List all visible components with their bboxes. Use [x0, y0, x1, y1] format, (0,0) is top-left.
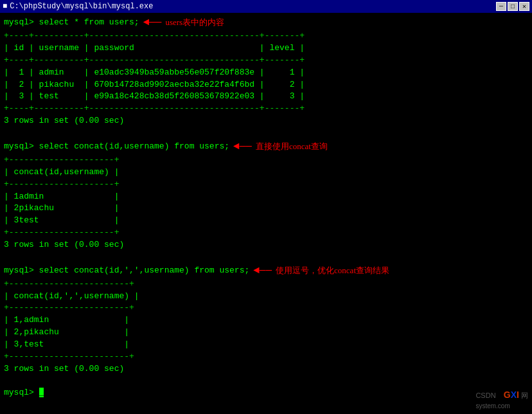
- separator-1c: +----+----------+-----------------------…: [4, 103, 528, 115]
- separator-1a: +----+----------+-----------------------…: [4, 30, 528, 42]
- annotation-2: 直接使用concat查询: [256, 141, 328, 153]
- table-row-1-2: | 2 | pikachu | 670b14728ad9902aecba32e2…: [4, 79, 528, 91]
- separator-3a: +------------------------+: [4, 278, 528, 291]
- final-prompt: mysql> _: [4, 387, 528, 399]
- blank-3: [4, 375, 528, 388]
- close-button[interactable]: ✕: [519, 2, 529, 11]
- command-text-3: mysql> select concat(id,',',username) fr…: [4, 265, 249, 277]
- watermark-gxi-red2: I: [517, 390, 519, 400]
- title-icon: ■: [3, 2, 7, 11]
- arrow-2: ◄——: [233, 140, 252, 154]
- annotation-3: 使用逗号，优化concat查询结果: [276, 265, 389, 277]
- separator-3c: +------------------------+: [4, 351, 528, 363]
- arrow-1: ◄——: [143, 15, 162, 30]
- command-text-1: mysql> select * from users;: [4, 17, 139, 29]
- watermark-gxi-blue: X: [511, 390, 517, 400]
- blank-1: [4, 127, 528, 140]
- separator-2b: +---------------------+: [4, 179, 528, 191]
- table-row-3-2: | 2,pikachu |: [4, 327, 528, 339]
- watermark-gxi-red: G: [504, 390, 511, 400]
- command-text-2: mysql> select concat(id,username) from u…: [4, 141, 229, 153]
- table-row-1-3: | 3 | test | e99a18c428cb38d5f2608536789…: [4, 91, 528, 103]
- arrow-3: ◄——: [253, 264, 272, 278]
- blank-2: [4, 251, 528, 264]
- watermark-csdn: CSDN: [475, 392, 495, 399]
- cmd-line-1: mysql> select * from users; ◄—— users表中的…: [4, 15, 528, 30]
- header-3: | concat(id,',',username) |: [4, 291, 528, 303]
- separator-2c: +---------------------+: [4, 227, 528, 239]
- cmd-line-2: mysql> select concat(id,username) from u…: [4, 140, 528, 154]
- table-row-2-2: | 2pikachu |: [4, 203, 528, 215]
- table-row-1-1: | 1 | admin | e10adc3949ba59abbe56e057f2…: [4, 67, 528, 79]
- watermark-domain: system.com: [475, 402, 510, 410]
- table-row-2-3: | 3test |: [4, 215, 528, 227]
- maximize-button[interactable]: □: [508, 2, 518, 11]
- header-1: | id | username | password | level |: [4, 42, 528, 55]
- table-row-3-1: | 1,admin |: [4, 314, 528, 327]
- rows-count-1: 3 rows in set (0.00 sec): [4, 115, 528, 127]
- header-2: | concat(id,username) |: [4, 166, 528, 179]
- rows-count-2: 3 rows in set (0.00 sec): [4, 239, 528, 251]
- title-bar-right[interactable]: ─ □ ✕: [496, 2, 529, 11]
- watermark: CSDN GXI 网 system.com: [475, 388, 528, 411]
- separator-3b: +------------------------+: [4, 302, 528, 314]
- rows-count-3: 3 rows in set (0.00 sec): [4, 363, 528, 375]
- separator-1b: +----+----------+-----------------------…: [4, 55, 528, 67]
- window-title: C:\phpStudy\mysql\bin\mysql.exe: [10, 2, 153, 11]
- terminal: mysql> select * from users; ◄—— users表中的…: [0, 13, 532, 414]
- table-row-3-3: | 3,test |: [4, 339, 528, 351]
- minimize-button[interactable]: ─: [496, 2, 506, 11]
- title-bar-left: ■ C:\phpStudy\mysql\bin\mysql.exe: [3, 2, 153, 11]
- annotation-1: users表中的内容: [165, 17, 224, 29]
- title-bar: ■ C:\phpStudy\mysql\bin\mysql.exe ─ □ ✕: [0, 0, 532, 13]
- watermark-net: 网: [521, 392, 528, 399]
- cmd-line-3: mysql> select concat(id,',',username) fr…: [4, 264, 528, 278]
- separator-2a: +---------------------+: [4, 154, 528, 166]
- table-row-2-1: | 1admin |: [4, 191, 528, 203]
